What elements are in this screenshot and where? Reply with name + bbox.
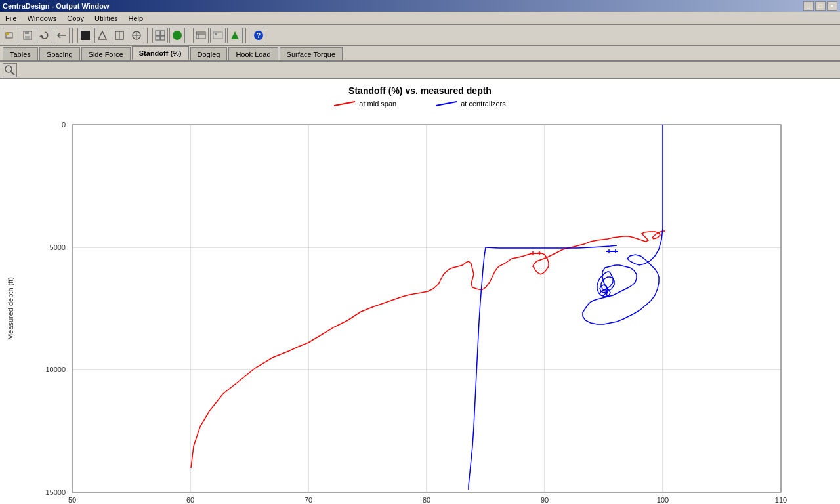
svg-rect-15 <box>156 36 160 40</box>
tab-hook-load[interactable]: Hook Load <box>228 47 278 60</box>
toolbar-sep3 <box>188 28 190 43</box>
legend-blue: at centralizers <box>436 100 505 108</box>
tab-surface-torque[interactable]: Surface Torque <box>280 47 343 60</box>
svg-rect-3 <box>25 32 29 34</box>
svg-text:80: 80 <box>423 496 430 504</box>
menu-windows[interactable]: Windows <box>24 13 61 24</box>
tab-spacing[interactable]: Spacing <box>39 47 80 60</box>
toolbar-btn9[interactable] <box>227 28 243 43</box>
menubar: File Windows Copy Utilities Help <box>0 12 840 25</box>
toolbar-btn2[interactable] <box>94 28 110 43</box>
svg-line-27 <box>11 72 14 75</box>
svg-marker-23 <box>231 32 239 39</box>
window-title: CentraDesign - Output Window <box>3 2 109 10</box>
svg-point-26 <box>5 66 12 72</box>
svg-rect-6 <box>81 31 90 40</box>
svg-rect-16 <box>161 36 165 40</box>
toolbar: ? <box>0 25 840 46</box>
svg-line-28 <box>334 102 355 106</box>
svg-text:?: ? <box>257 32 261 39</box>
svg-text:Measured depth (ft): Measured depth (ft) <box>7 277 14 340</box>
close-button[interactable]: × <box>827 1 837 10</box>
toolbar-btn3[interactable] <box>112 28 127 43</box>
toolbar-sep1 <box>72 28 75 43</box>
svg-marker-5 <box>39 35 43 37</box>
tab-side-force[interactable]: Side Force <box>81 47 131 60</box>
legend-blue-label: at centralizers <box>461 100 505 108</box>
titlebar-controls: _ □ × <box>803 1 837 10</box>
toolbar-btn6[interactable] <box>169 28 185 43</box>
titlebar: CentraDesign - Output Window _ □ × <box>0 0 840 12</box>
toolbar-back[interactable] <box>54 28 70 43</box>
toolbar-btn5[interactable] <box>152 28 168 43</box>
chart-area: Standoff (%) vs. measured depth at mid s… <box>0 79 840 504</box>
svg-point-17 <box>173 31 182 40</box>
menu-file[interactable]: File <box>1 13 21 24</box>
svg-text:15000: 15000 <box>45 488 66 496</box>
tabs: Tables Spacing Side Force Standoff (%) D… <box>0 46 840 62</box>
legend-red: at mid span <box>334 100 396 108</box>
menu-help[interactable]: Help <box>125 13 148 24</box>
tab-dogleg[interactable]: Dogleg <box>190 47 228 60</box>
chart-svg: 0 5000 10000 15000 50 60 70 80 90 100 11… <box>0 112 840 504</box>
toolbar-btn7[interactable] <box>193 28 209 43</box>
toolbar-sep4 <box>245 28 248 43</box>
svg-rect-1 <box>6 33 9 35</box>
tab-standoff[interactable]: Standoff (%) <box>132 46 189 60</box>
svg-text:50: 50 <box>68 496 76 504</box>
tab-tables[interactable]: Tables <box>3 47 38 60</box>
zoom-bar <box>0 62 840 79</box>
svg-rect-4 <box>25 36 30 39</box>
svg-text:10000: 10000 <box>45 366 66 373</box>
menu-copy[interactable]: Copy <box>63 13 88 24</box>
toolbar-help[interactable]: ? <box>251 28 266 43</box>
svg-rect-18 <box>196 32 205 39</box>
chart-legend: at mid span at centralizers <box>0 100 840 108</box>
svg-rect-13 <box>156 31 160 35</box>
svg-text:70: 70 <box>304 496 312 504</box>
toolbar-btn1[interactable] <box>77 28 93 43</box>
toolbar-refresh[interactable] <box>37 28 52 43</box>
maximize-button[interactable]: □ <box>815 1 826 10</box>
svg-text:110: 110 <box>775 496 787 504</box>
svg-rect-22 <box>215 33 217 35</box>
svg-marker-7 <box>98 32 106 39</box>
chart-title: Standoff (%) vs. measured depth <box>0 79 840 96</box>
toolbar-btn8[interactable] <box>210 28 226 43</box>
svg-text:60: 60 <box>186 496 194 504</box>
zoom-button[interactable] <box>3 63 17 77</box>
minimize-button[interactable]: _ <box>803 1 814 10</box>
svg-text:90: 90 <box>541 496 549 504</box>
menu-utilities[interactable]: Utilities <box>91 13 121 24</box>
svg-text:100: 100 <box>657 496 669 504</box>
toolbar-btn4[interactable] <box>129 28 144 43</box>
svg-rect-14 <box>161 31 165 35</box>
toolbar-sep2 <box>147 28 150 43</box>
svg-text:0: 0 <box>62 121 66 129</box>
svg-line-29 <box>436 102 457 106</box>
toolbar-open[interactable] <box>3 28 18 43</box>
svg-text:5000: 5000 <box>50 243 66 251</box>
legend-red-label: at mid span <box>359 100 396 108</box>
toolbar-save[interactable] <box>20 28 35 43</box>
